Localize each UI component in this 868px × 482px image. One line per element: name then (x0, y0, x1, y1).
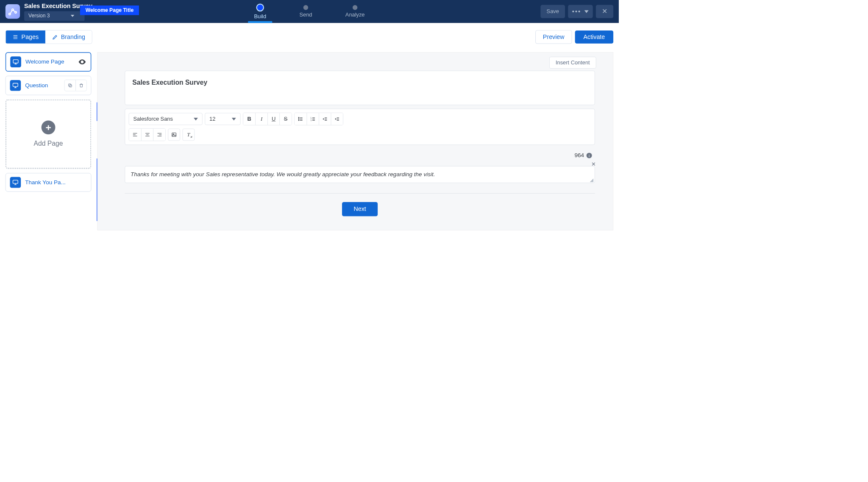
step-label: Analyze (345, 11, 365, 18)
font-size-value: 12 (209, 116, 215, 122)
svg-rect-15 (13, 180, 18, 183)
step-send[interactable]: Send (299, 0, 312, 23)
tab-branding-label: Branding (61, 33, 85, 40)
info-icon[interactable]: i (587, 153, 592, 158)
font-family-value: Salesforce Sans (133, 116, 172, 122)
add-page-label: Add Page (34, 140, 63, 148)
outdent-icon (322, 116, 328, 122)
clear-format-button[interactable]: T✕ (183, 129, 195, 141)
strike-button[interactable]: S (279, 113, 292, 125)
more-menu-button[interactable] (568, 5, 593, 18)
page-card-question[interactable]: Question (6, 76, 91, 95)
svg-rect-45 (172, 133, 176, 137)
page-title-input[interactable]: Sales Execution Survey (125, 71, 595, 105)
save-button[interactable]: Save (540, 5, 565, 18)
add-page-button[interactable]: + Add Page (6, 100, 91, 169)
svg-point-20 (298, 120, 299, 121)
align-center-icon (145, 132, 150, 138)
bold-button[interactable]: B (243, 113, 256, 125)
insert-image-button[interactable] (168, 129, 180, 141)
canvas-wrap: Insert Content Sales Execution Survey Sa… (97, 52, 614, 230)
next-button[interactable]: Next (342, 202, 377, 216)
align-center-button[interactable] (141, 129, 153, 141)
svg-rect-10 (13, 83, 18, 87)
page-card-welcome[interactable]: Welcome Page (6, 52, 91, 72)
close-button[interactable]: ✕ (596, 5, 613, 18)
page-card-thankyou[interactable]: Thank You Pa... (6, 173, 91, 191)
tab-pages[interactable]: Pages (6, 30, 45, 44)
description-input[interactable]: ✕ Thanks for meeting with your Sales rep… (125, 166, 595, 183)
more-icon (572, 11, 580, 12)
numbered-list-button[interactable]: 123 (307, 113, 319, 125)
page-card-label: Thank You Pa... (25, 179, 86, 186)
secondary-bar: Pages Branding Preview Activate (0, 23, 619, 46)
image-icon (171, 132, 177, 138)
align-right-button[interactable] (153, 129, 165, 141)
chevron-down-icon (232, 118, 236, 120)
svg-rect-6 (13, 60, 18, 63)
tab-branding[interactable]: Branding (45, 30, 92, 44)
font-family-select[interactable]: Salesforce Sans (129, 113, 203, 125)
pages-sidebar: Welcome Page Question + Add Page Thank Y… (6, 52, 91, 191)
monitor-icon (10, 80, 21, 91)
insert-content-button[interactable]: Insert Content (549, 57, 596, 69)
eye-icon[interactable] (78, 58, 86, 66)
indent-icon (334, 116, 340, 122)
svg-rect-14 (69, 84, 71, 86)
version-select[interactable]: Version 3 (24, 11, 85, 21)
duplicate-button[interactable] (65, 80, 76, 91)
svg-text:3: 3 (310, 120, 311, 122)
underline-button[interactable]: U (267, 113, 280, 125)
tab-pages-label: Pages (22, 33, 39, 40)
font-size-select[interactable]: 12 (205, 113, 240, 125)
bullet-list-button[interactable] (295, 113, 307, 125)
list-icon (12, 34, 18, 40)
align-left-icon (132, 132, 138, 138)
copy-icon (68, 83, 72, 88)
step-dot-icon (303, 5, 308, 10)
svg-point-18 (298, 117, 299, 118)
bullet-list-icon (298, 116, 303, 122)
divider (125, 193, 595, 194)
clear-format-icon: T✕ (187, 131, 190, 138)
page-card-label: Question (25, 82, 60, 89)
outdent-button[interactable] (319, 113, 331, 125)
step-build[interactable]: Build (254, 0, 267, 23)
align-right-icon (157, 132, 162, 138)
clear-description-button[interactable]: ✕ (591, 161, 596, 168)
step-dot-icon (353, 5, 357, 10)
step-label: Send (299, 11, 312, 18)
delete-button[interactable] (75, 80, 86, 91)
plus-icon: + (42, 120, 56, 134)
step-analyze[interactable]: Analyze (345, 0, 365, 23)
numbered-list-icon: 123 (310, 116, 316, 122)
char-count: 964 i (125, 152, 595, 159)
svg-point-19 (298, 119, 299, 119)
rich-text-toolbar: Salesforce Sans 12 B I U S (125, 109, 595, 145)
char-count-value: 964 (574, 152, 584, 159)
canvas: Insert Content Sales Execution Survey Sa… (97, 52, 614, 230)
chevron-down-icon (71, 15, 75, 17)
top-bar: Sales Execution Survey Version 3 Welcome… (0, 0, 619, 23)
resize-handle-icon[interactable] (590, 178, 594, 182)
chevron-down-icon (584, 10, 589, 13)
indent-button[interactable] (331, 113, 343, 125)
view-toggle: Pages Branding (6, 30, 92, 44)
svg-point-9 (81, 61, 83, 62)
description-text: Thanks for meeting with your Sales repre… (131, 171, 435, 177)
callout-welcome-title: Welcome Page Title (80, 6, 139, 15)
preview-button[interactable]: Preview (535, 30, 572, 44)
align-left-button[interactable] (129, 129, 141, 141)
main: Welcome Page Question + Add Page Thank Y… (0, 46, 619, 236)
activate-button[interactable]: Activate (575, 30, 614, 44)
step-dot-icon (256, 3, 264, 11)
step-label: Build (254, 13, 267, 19)
monitor-icon (10, 56, 21, 67)
close-icon: ✕ (602, 8, 607, 16)
italic-button[interactable]: I (255, 113, 267, 125)
page-card-label: Welcome Page (25, 58, 74, 65)
page-card-actions (64, 80, 87, 91)
svg-rect-13 (69, 85, 72, 87)
app-icon (6, 4, 20, 19)
monitor-icon (10, 177, 21, 188)
